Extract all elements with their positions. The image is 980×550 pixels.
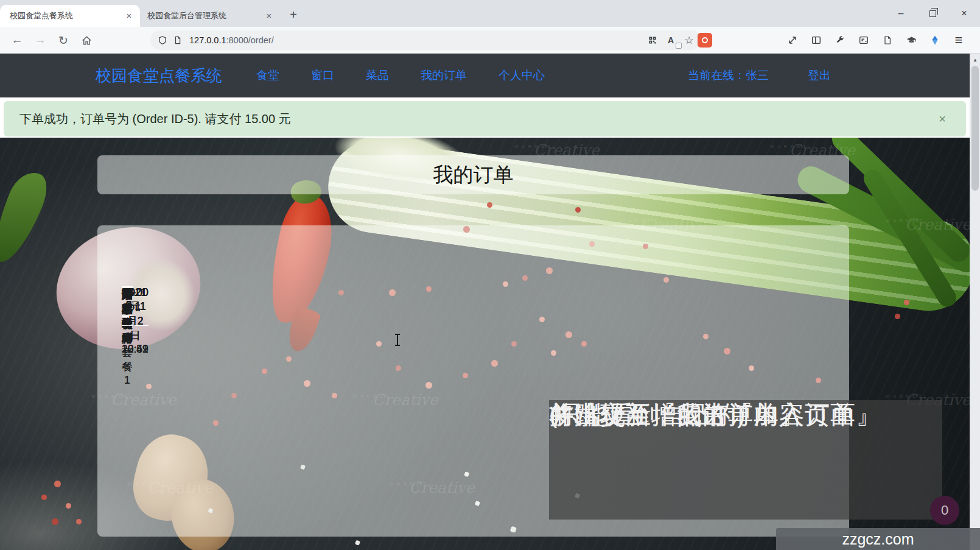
url-host: 127.0.0.1 [189, 35, 226, 45]
annotation-overlay: 前端交互：点击『加入订单』 将跳转至『我的订单』页面 并出现新增的订单内容 (只… [549, 400, 942, 520]
photo-green-pepper [0, 166, 53, 269]
page-scrollbar[interactable]: ▴ [970, 54, 980, 550]
logout-link[interactable]: 登出 [808, 54, 831, 97]
minimize-button[interactable]: – [885, 0, 917, 27]
window-controls: – × [885, 0, 980, 27]
stock-watermark: CreativeMARKET [886, 392, 925, 399]
reload-icon[interactable]: ↻ [55, 32, 72, 49]
notes-document-icon[interactable] [881, 32, 894, 49]
tab-title: 校园食堂后台管理系统 [147, 10, 263, 21]
restore-icon [929, 10, 936, 17]
back-icon[interactable]: ← [9, 32, 26, 49]
stock-watermark: CreativeMARKET [621, 217, 660, 224]
site-watermark: zzgcz.com [776, 528, 980, 550]
text-cursor-pointer [397, 334, 398, 346]
cell-price: 13.00元 [122, 286, 149, 326]
sidebar-panel-icon[interactable] [810, 32, 823, 49]
restore-button[interactable] [917, 0, 948, 27]
page-title: 我的订单 [433, 161, 514, 189]
nav-link-canteen[interactable]: 食堂 [240, 68, 295, 83]
fullscreen-expand-icon[interactable] [786, 32, 799, 49]
bookmark-star-icon[interactable]: ☆ [682, 33, 696, 48]
tab-title: 校园食堂点餐系统 [10, 10, 123, 21]
graduation-cap-icon[interactable] [905, 32, 918, 49]
browser-assistant-icon[interactable] [928, 32, 942, 49]
page-title-panel: 我的订单 [97, 155, 849, 194]
menu-icon[interactable]: ≡ [952, 32, 965, 49]
alert-message: 下单成功，订单号为 (Order ID-5). 请支付 15.00 元 [19, 111, 291, 127]
browser-tab-inactive[interactable]: 校园食堂后台管理系统 × [142, 5, 280, 27]
shield-icon[interactable] [155, 33, 170, 48]
online-user-label: 当前在线：张三 [688, 54, 769, 97]
home-icon[interactable] [78, 32, 95, 49]
tab-close-icon[interactable]: × [123, 10, 135, 22]
browser-titlebar: 校园食堂点餐系统 × 校园食堂后台管理系统 × + – × [0, 0, 980, 27]
nav-link-my-orders[interactable]: 我的订单 [405, 68, 483, 83]
stock-watermark: CreativeMARKET [886, 217, 925, 224]
floating-badge[interactable]: 0 [930, 496, 959, 525]
qr-code-icon[interactable] [645, 33, 660, 48]
page-info-icon[interactable] [170, 33, 184, 48]
order-success-alert: 下单成功，订单号为 (Order ID-5). 请支付 15.00 元 × [4, 101, 966, 136]
alert-close-icon[interactable]: × [933, 110, 951, 128]
url-path: :8000/order/ [226, 35, 273, 45]
stock-watermark: CreativeMARKET [770, 143, 809, 149]
stock-watermark: CreativeMARKET [353, 217, 392, 224]
stock-watermark: CreativeMARKET [514, 143, 553, 149]
screenshot-extension-icon[interactable] [698, 33, 712, 48]
devtools-wrench-icon[interactable] [833, 32, 847, 49]
nav-link-profile[interactable]: 个人中心 [483, 68, 561, 83]
browser-tab-active[interactable]: 校园食堂点餐系统 × [0, 5, 140, 27]
food-photo-background: CreativeMARKET CreativeMARKET CreativeMA… [0, 138, 970, 550]
card-reader-icon[interactable] [857, 32, 870, 49]
nav-link-window[interactable]: 窗口 [295, 68, 350, 83]
scroll-up-arrow-icon[interactable]: ▴ [970, 55, 980, 65]
translate-icon[interactable]: A [663, 33, 678, 48]
address-bar[interactable]: 127.0.0.1:8000/order/ A ☆ [150, 30, 701, 50]
brand-link[interactable]: 校园食堂点餐系统 [96, 54, 222, 97]
nav-link-dishes[interactable]: 菜品 [350, 68, 405, 83]
close-button[interactable]: × [948, 0, 980, 27]
forward-icon[interactable]: → [32, 32, 49, 49]
annotation-line: (只能看到自己的) [549, 400, 746, 430]
new-tab-button[interactable]: + [285, 7, 302, 24]
site-navbar: 校园食堂点餐系统 食堂 窗口 菜品 我的订单 个人中心 当前在线：张三 登出 [0, 54, 970, 97]
scrollbar-thumb[interactable] [971, 66, 979, 191]
tab-close-icon[interactable]: × [263, 10, 275, 22]
